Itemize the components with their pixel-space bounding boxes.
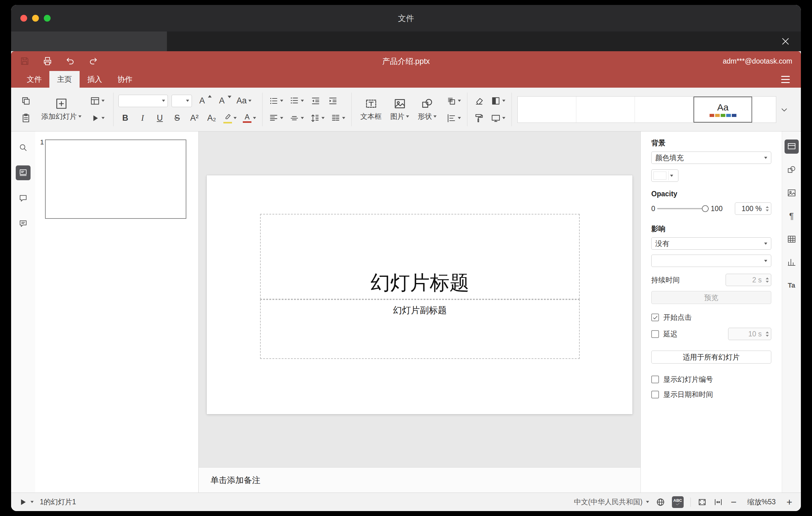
bullets-button[interactable] bbox=[267, 94, 285, 108]
bold-button[interactable]: B bbox=[118, 111, 132, 125]
subscript-button[interactable]: A₂ bbox=[205, 111, 219, 125]
slides-panel-button[interactable] bbox=[16, 165, 31, 180]
close-button[interactable] bbox=[779, 34, 792, 48]
text-art-settings-button[interactable]: Ta bbox=[785, 278, 799, 292]
font-color-icon: A bbox=[243, 113, 252, 123]
effect-select[interactable]: 没有 bbox=[651, 237, 771, 250]
zoom-traffic-light[interactable] bbox=[44, 15, 51, 22]
menu-button[interactable] bbox=[779, 74, 792, 85]
superscript-button[interactable]: A² bbox=[187, 111, 201, 125]
notes-area[interactable]: 单击添加备注 bbox=[199, 467, 640, 492]
change-case-button[interactable]: Aa bbox=[235, 94, 253, 108]
add-slide-button[interactable]: 添加幻灯片 bbox=[38, 91, 85, 128]
redo-button[interactable] bbox=[88, 56, 98, 66]
italic-button[interactable]: I bbox=[136, 111, 149, 125]
align-shape-button[interactable] bbox=[445, 111, 462, 125]
increase-indent-button[interactable] bbox=[326, 94, 340, 108]
start-slideshow-status-button[interactable] bbox=[19, 498, 34, 507]
font-color-button[interactable]: A bbox=[241, 111, 257, 125]
minimize-traffic-light[interactable] bbox=[32, 15, 39, 22]
slide-settings-button[interactable] bbox=[785, 140, 799, 154]
title-placeholder[interactable]: 幻灯片标题 bbox=[260, 214, 580, 299]
opacity-input[interactable]: 100 % bbox=[735, 202, 771, 215]
chart-settings-button[interactable] bbox=[785, 255, 799, 269]
insert-image-button[interactable]: 图片 bbox=[386, 91, 413, 128]
clear-style-button[interactable] bbox=[472, 94, 486, 108]
color-scheme-button[interactable] bbox=[490, 94, 506, 108]
tab-collaboration[interactable]: 协作 bbox=[110, 71, 140, 88]
chevron-down-icon bbox=[162, 100, 165, 102]
shape-settings-button[interactable] bbox=[785, 163, 799, 177]
duration-input[interactable]: 2 s bbox=[726, 274, 771, 286]
horizontal-align-button[interactable] bbox=[267, 111, 285, 125]
show-slide-number-checkbox[interactable] bbox=[651, 376, 659, 383]
decrease-font-button[interactable]: A bbox=[215, 94, 231, 108]
preview-button[interactable]: 预览 bbox=[651, 291, 771, 304]
decrease-indent-button[interactable] bbox=[309, 94, 322, 108]
theme-thumbnail-selected[interactable]: Aa bbox=[694, 96, 752, 122]
zoom-out-button[interactable]: − bbox=[730, 497, 738, 507]
apply-to-all-button[interactable]: 适用于所有幻灯片 bbox=[651, 351, 771, 364]
font-size-combo[interactable] bbox=[172, 95, 192, 107]
paragraph-settings-button[interactable]: ¶ bbox=[785, 209, 799, 223]
language-button[interactable]: 中文(中华人民共和国) bbox=[574, 497, 649, 507]
tab-file[interactable]: 文件 bbox=[19, 71, 49, 88]
opacity-slider[interactable] bbox=[657, 208, 709, 209]
start-on-click-checkbox[interactable] bbox=[651, 314, 659, 321]
font-name-combo[interactable] bbox=[118, 95, 168, 107]
insert-shape-button[interactable]: 形状 bbox=[414, 91, 440, 128]
highlight-color-button[interactable] bbox=[222, 111, 238, 125]
spinner-arrows[interactable] bbox=[766, 203, 769, 214]
spellcheck-button[interactable]: ABC bbox=[672, 496, 684, 508]
slide-thumbnail[interactable] bbox=[45, 140, 186, 219]
fill-type-select[interactable]: 颜色填充 bbox=[651, 151, 771, 164]
slide-number: 1 bbox=[40, 138, 44, 146]
fit-width-button[interactable] bbox=[714, 497, 723, 507]
numbering-button[interactable] bbox=[288, 94, 305, 108]
columns-button[interactable] bbox=[329, 111, 346, 125]
theme-gallery-expand-button[interactable] bbox=[776, 96, 792, 123]
start-slideshow-button[interactable] bbox=[89, 111, 106, 125]
delay-checkbox[interactable] bbox=[651, 330, 659, 338]
feedback-button[interactable] bbox=[16, 216, 31, 231]
fit-slide-button[interactable] bbox=[698, 497, 707, 507]
theme-thumbnail[interactable] bbox=[576, 96, 635, 122]
print-button[interactable] bbox=[42, 56, 53, 66]
paste-button[interactable] bbox=[19, 111, 33, 125]
zoom-in-button[interactable]: + bbox=[785, 497, 793, 507]
delay-input[interactable]: 10 s bbox=[728, 328, 771, 340]
chevron-down-icon bbox=[502, 100, 505, 102]
theme-thumbnail[interactable] bbox=[518, 96, 576, 122]
fill-color-picker[interactable] bbox=[651, 169, 678, 182]
arrange-shape-button[interactable] bbox=[445, 94, 462, 108]
spinner-arrows[interactable] bbox=[766, 274, 769, 286]
subtitle-placeholder[interactable]: 幻灯片副标题 bbox=[260, 299, 580, 359]
tab-insert[interactable]: 插入 bbox=[80, 71, 110, 88]
text-box-button[interactable]: 文本框 bbox=[357, 91, 385, 128]
spinner-arrows[interactable] bbox=[766, 328, 769, 340]
search-button[interactable] bbox=[16, 140, 31, 155]
underline-button[interactable]: U bbox=[153, 111, 167, 125]
increase-font-button[interactable]: A bbox=[196, 94, 212, 108]
copy-style-button[interactable] bbox=[472, 111, 486, 125]
document-language-button[interactable] bbox=[656, 497, 665, 507]
effect-option-select[interactable] bbox=[651, 255, 771, 267]
copy-button[interactable] bbox=[19, 94, 33, 108]
slide-layout-button[interactable] bbox=[89, 94, 106, 108]
image-settings-button[interactable] bbox=[785, 186, 799, 200]
close-traffic-light[interactable] bbox=[20, 15, 27, 22]
save-button[interactable] bbox=[20, 56, 30, 66]
slide-canvas[interactable]: 幻灯片标题 幻灯片副标题 bbox=[199, 132, 640, 467]
strikeout-button[interactable]: S bbox=[170, 111, 184, 125]
slider-handle[interactable] bbox=[702, 205, 709, 212]
theme-thumbnail[interactable] bbox=[635, 96, 694, 122]
slide[interactable]: 幻灯片标题 幻灯片副标题 bbox=[207, 175, 633, 414]
line-spacing-button[interactable] bbox=[309, 111, 326, 125]
table-settings-button[interactable] bbox=[785, 232, 799, 246]
undo-button[interactable] bbox=[65, 56, 75, 66]
vertical-align-button[interactable] bbox=[288, 111, 305, 125]
comments-button[interactable] bbox=[16, 191, 31, 205]
show-date-time-checkbox[interactable] bbox=[651, 391, 659, 398]
slide-size-button[interactable] bbox=[490, 111, 506, 125]
tab-home[interactable]: 主页 bbox=[49, 71, 80, 88]
